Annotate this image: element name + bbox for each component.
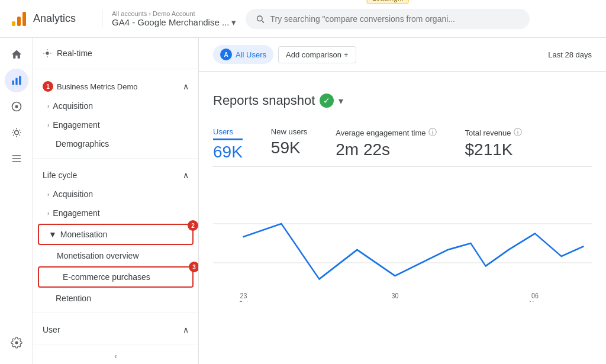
sidebar-item-lifecycle-engagement[interactable]: › Engagement bbox=[33, 204, 198, 223]
chevron-right-icon: › bbox=[47, 210, 49, 217]
list-icon[interactable] bbox=[5, 147, 28, 170]
svg-rect-4 bbox=[15, 78, 17, 85]
svg-rect-5 bbox=[19, 76, 21, 85]
svg-point-8 bbox=[14, 131, 18, 135]
sidebar-item-realtime[interactable]: Real-time bbox=[33, 43, 198, 64]
sidebar-item-demographics[interactable]: Demographics bbox=[33, 134, 198, 153]
metric-new-users[interactable]: New users 59K bbox=[271, 127, 307, 162]
svg-text:Nov: Nov bbox=[530, 300, 541, 302]
all-users-label: All Users bbox=[236, 50, 266, 59]
chevron-right-icon: › bbox=[47, 103, 49, 109]
lifecycle-section: Life cycle ∧ › Acquisition › Engagement … bbox=[33, 159, 198, 313]
chevron-down-icon: ▾ bbox=[231, 17, 236, 28]
info-icon-revenue[interactable]: ⓘ bbox=[514, 127, 522, 138]
collapse-icon: ∧ bbox=[183, 82, 189, 91]
all-users-filter[interactable]: A All Users bbox=[213, 45, 273, 64]
svg-point-9 bbox=[46, 51, 49, 54]
metric-value-revenue: $211K bbox=[465, 140, 522, 159]
layout: Real-time 1 Business Metrics Demo ∧ › Ac… bbox=[0, 38, 606, 364]
account-path: All accounts › Demo Account bbox=[112, 10, 236, 17]
status-check-icon: ✓ bbox=[320, 94, 334, 108]
metric-value-engagement: 2m 22s bbox=[336, 140, 436, 159]
chevron-right-icon: › bbox=[47, 191, 49, 198]
section2-badge: 2 bbox=[188, 220, 198, 231]
sidebar-item-monetisation[interactable]: ▼ Monetisation 2 bbox=[38, 224, 194, 245]
lifecycle-header[interactable]: Life cycle ∧ bbox=[33, 163, 198, 185]
section1-badge: 1 bbox=[43, 81, 53, 92]
sidebar-item-retention[interactable]: Retention bbox=[33, 289, 198, 308]
metric-label-revenue: Total revenue ⓘ bbox=[465, 127, 522, 138]
collapse-icon: ∧ bbox=[183, 170, 189, 180]
metric-revenue[interactable]: Total revenue ⓘ $211K bbox=[465, 127, 522, 162]
section3-badge: 3 bbox=[189, 262, 199, 272]
sidebar-item-monetisation-overview[interactable]: Monetisation overview bbox=[33, 246, 198, 265]
svg-rect-0 bbox=[12, 21, 15, 26]
metric-value-new-users: 59K bbox=[271, 138, 307, 157]
property-name: GA4 - Google Merchandise ... ▾ bbox=[112, 17, 236, 28]
dropdown-arrow-icon[interactable]: ▾ bbox=[339, 95, 343, 107]
filter-bar: A All Users Add comparison + Last 28 day… bbox=[199, 38, 606, 72]
metric-users[interactable]: Users 69K bbox=[213, 127, 243, 162]
business-metrics-section: 1 Business Metrics Demo ∧ › Acquisition … bbox=[33, 69, 198, 159]
settings-icon[interactable] bbox=[5, 331, 28, 355]
reports-header: Reports snapshot ✓ ▾ bbox=[213, 93, 592, 108]
sidebar-item-engagement[interactable]: › Engagement bbox=[33, 115, 198, 134]
loading-tooltip: Loading... bbox=[367, 0, 409, 4]
reports-icon[interactable] bbox=[5, 69, 28, 92]
realtime-label: Real-time bbox=[57, 49, 92, 58]
metric-label-new-users: New users bbox=[271, 127, 307, 136]
advertising-icon[interactable] bbox=[5, 121, 28, 144]
all-users-avatar: A bbox=[220, 49, 232, 60]
analytics-logo-icon bbox=[9, 9, 28, 28]
business-metrics-header[interactable]: 1 Business Metrics Demo ∧ bbox=[33, 74, 198, 96]
user-label: User bbox=[43, 325, 60, 334]
svg-text:Oct: Oct bbox=[238, 300, 249, 302]
svg-text:23: 23 bbox=[240, 292, 247, 300]
metric-engagement[interactable]: Average engagement time ⓘ 2m 22s bbox=[336, 127, 436, 162]
sidebar-collapse-button[interactable]: ‹ bbox=[33, 344, 198, 364]
main-inner: Reports snapshot ✓ ▾ Users 69K New users… bbox=[199, 72, 606, 311]
logo-area: Analytics bbox=[9, 9, 92, 28]
search-input[interactable] bbox=[270, 14, 520, 24]
ecommerce-wrapper: E-commerce purchases 3 bbox=[33, 266, 198, 288]
metric-label-engagement: Average engagement time ⓘ bbox=[336, 127, 436, 138]
chevron-left-icon: ‹ bbox=[114, 352, 117, 360]
svg-rect-2 bbox=[22, 12, 26, 26]
home-icon[interactable] bbox=[5, 43, 28, 66]
lifecycle-label: Life cycle bbox=[43, 170, 77, 180]
sidebar-item-lifecycle-acquisition[interactable]: › Acquisition bbox=[33, 185, 198, 204]
user-section: User ∧ bbox=[33, 313, 198, 344]
business-metrics-label: Business Metrics Demo bbox=[57, 82, 138, 91]
svg-text:06: 06 bbox=[531, 292, 539, 300]
metric-label-users: Users bbox=[213, 127, 243, 140]
account-nav[interactable]: All accounts › Demo Account GA4 - Google… bbox=[102, 10, 236, 28]
svg-point-7 bbox=[15, 105, 18, 108]
date-range-label: Last 28 days bbox=[548, 50, 592, 59]
search-icon bbox=[255, 14, 265, 24]
icon-rail bbox=[0, 38, 33, 364]
topbar: Analytics All accounts › Demo Account GA… bbox=[0, 0, 606, 38]
main-content: A All Users Add comparison + Last 28 day… bbox=[199, 38, 606, 364]
add-comparison-button[interactable]: Add comparison + bbox=[278, 46, 356, 63]
metrics-row: Users 69K New users 59K Average engageme… bbox=[213, 118, 592, 167]
search-bar[interactable]: Loading... bbox=[246, 9, 530, 29]
collapse-icon: ∧ bbox=[183, 325, 189, 334]
user-header[interactable]: User ∧ bbox=[33, 318, 198, 339]
metric-value-users: 69K bbox=[213, 143, 243, 162]
info-icon-engagement[interactable]: ⓘ bbox=[428, 127, 437, 138]
sidebar-item-acquisition[interactable]: › Acquisition bbox=[33, 96, 198, 115]
chevron-right-icon: › bbox=[47, 122, 49, 128]
sidebar-item-ecommerce[interactable]: E-commerce purchases bbox=[38, 266, 194, 288]
explore-icon[interactable] bbox=[5, 95, 28, 118]
realtime-section: Real-time bbox=[33, 38, 198, 69]
app-title: Analytics bbox=[33, 12, 76, 25]
chart-area: 23 Oct 30 06 Nov bbox=[213, 172, 592, 302]
realtime-icon bbox=[43, 49, 52, 58]
filter-left: A All Users Add comparison + bbox=[213, 45, 356, 64]
line-chart: 23 Oct 30 06 Nov bbox=[213, 172, 592, 302]
sidebar: Real-time 1 Business Metrics Demo ∧ › Ac… bbox=[33, 38, 199, 364]
svg-rect-1 bbox=[17, 17, 21, 26]
plus-icon: + bbox=[344, 50, 349, 59]
svg-rect-3 bbox=[12, 80, 14, 85]
reports-title: Reports snapshot bbox=[213, 93, 315, 108]
